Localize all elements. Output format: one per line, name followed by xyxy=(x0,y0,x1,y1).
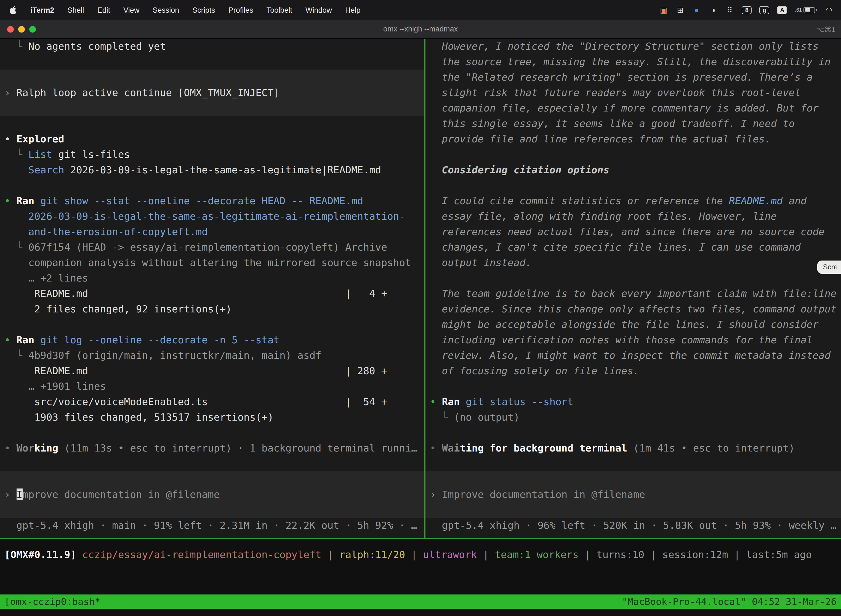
apple-menu-icon[interactable] xyxy=(9,6,17,14)
right-pane-lines: However, I noticed the "Directory Struct… xyxy=(425,39,841,533)
terminal-line: … +1901 lines xyxy=(0,378,424,394)
terminal-line: might be acceptable alongside the file l… xyxy=(425,317,841,332)
blue-circle-app-icon[interactable]: ● xyxy=(692,5,701,15)
terminal-line: 2 files changed, 92 insertions(+) xyxy=(0,301,424,317)
window-shortcut-hint: ⌥⌘1 xyxy=(816,20,835,39)
keycap-8-icon[interactable]: 8 xyxy=(742,6,752,14)
terminal-line: └ (no output) xyxy=(425,409,841,425)
dark-app-icon[interactable]: ◑ xyxy=(709,5,718,15)
terminal-line xyxy=(0,54,424,70)
close-button[interactable] xyxy=(7,26,14,32)
screen-recording-stop-icon[interactable]: ▣ xyxy=(659,5,668,15)
terminal-line xyxy=(0,471,424,487)
terminal-line: • Waiting for background terminal (1m 41… xyxy=(425,440,841,456)
menu-edit[interactable]: Edit xyxy=(97,6,110,14)
terminal-line: essay file, along with finding root file… xyxy=(425,209,841,224)
terminal-line xyxy=(0,116,424,131)
terminal-line xyxy=(0,502,424,518)
terminal-line xyxy=(0,317,424,332)
terminal-line: including verification notes with those … xyxy=(425,332,841,348)
terminal-line: the source tree, missing the essay. Stil… xyxy=(425,54,841,70)
menu-view[interactable]: View xyxy=(123,6,139,14)
menu-items: iTerm2ShellEditViewSessionScriptsProfile… xyxy=(30,6,360,14)
terminal-line xyxy=(425,378,841,394)
tmux-session-label: [omx-cczip0:bash* xyxy=(4,594,100,609)
macos-menu-bar: iTerm2ShellEditViewSessionScriptsProfile… xyxy=(0,0,841,20)
terminal-line: src/voice/voiceModeEnabled.ts | 54 + xyxy=(0,394,424,409)
terminal-line: review. Also, I might want to inspect th… xyxy=(425,348,841,363)
terminal-line: └ List git ls-files xyxy=(0,147,424,162)
menu-toolbelt[interactable]: Toolbelt xyxy=(267,6,292,14)
terminal-line: └ No agents completed yet xyxy=(0,39,424,54)
menu-session[interactable]: Session xyxy=(152,6,179,14)
window-title-bar[interactable]: omx --xhigh --madmax ⌥⌘1 xyxy=(0,20,841,39)
menu-profiles[interactable]: Profiles xyxy=(229,6,253,14)
terminal-line: › Improve documentation in @filename xyxy=(425,487,841,502)
terminal-line xyxy=(0,70,424,85)
zoom-button[interactable] xyxy=(29,26,36,32)
menu-status-icons: ▣⊞●◑⠿8gA.61◠ xyxy=(659,5,841,15)
terminal-line xyxy=(425,471,841,487)
terminal-line xyxy=(0,425,424,440)
menu-scripts[interactable]: Scripts xyxy=(192,6,215,14)
terminal-line: However, I noticed the "Directory Struct… xyxy=(425,39,841,54)
battery-icon[interactable]: .61 xyxy=(795,5,817,15)
left-pane[interactable]: └ No agents completed yet› Ralph loop ac… xyxy=(0,39,424,538)
menu-window[interactable]: Window xyxy=(305,6,332,14)
terminal-line: gpt-5.4 xhigh · 96% left · 520K in · 5.8… xyxy=(425,518,841,533)
translate-icon[interactable]: g xyxy=(760,6,769,14)
omx-status-line: [OMX#0.11.9] cczip/essay/ai-reimplementa… xyxy=(0,547,841,562)
wifi-icon[interactable]: ◠ xyxy=(825,5,833,15)
terminal-line xyxy=(425,270,841,286)
input-source-icon[interactable]: A xyxy=(777,6,787,14)
menu-left: iTerm2ShellEditViewSessionScriptsProfile… xyxy=(0,6,360,14)
tmux-status-bar: [omx-cczip0:bash* "MacBook-Pro-44.local"… xyxy=(0,594,841,609)
window-manager-icon[interactable]: ⊞ xyxy=(676,5,684,15)
terminal-line: I could cite commit statistics or refere… xyxy=(425,193,841,209)
terminal-line: README.md | 4 + xyxy=(0,286,424,301)
pane-bottom-border xyxy=(0,538,841,539)
traffic-lights xyxy=(7,26,36,32)
terminal-line: Considering citation options xyxy=(425,162,841,178)
terminal-line: The team guideline is to back every impo… xyxy=(425,286,841,301)
app-grid-icon[interactable]: ⠿ xyxy=(725,5,734,15)
window-title: omx --xhigh --madmax xyxy=(383,25,458,33)
terminal-line xyxy=(425,456,841,471)
desktop: iTerm2ShellEditViewSessionScriptsProfile… xyxy=(0,0,841,616)
terminal-line: companion analysis without altering the … xyxy=(0,255,424,270)
terminal-line: › Improve documentation in @filename xyxy=(0,487,424,502)
tmux-host-clock-label: "MacBook-Pro-44.local" 04:52 31-Mar-26 xyxy=(622,594,837,609)
terminal-line xyxy=(425,502,841,518)
menu-shell[interactable]: Shell xyxy=(67,6,84,14)
terminal-line: and-the-erosion-of-copyleft.md xyxy=(0,224,424,239)
terminal-line: … +2 lines xyxy=(0,270,424,286)
terminal-line xyxy=(425,178,841,193)
terminal-line: • Ran git log --oneline --decorate -n 5 … xyxy=(0,332,424,348)
terminal-line: 1903 files changed, 513517 insertions(+) xyxy=(0,409,424,425)
terminal-line: • Working (11m 13s • esc to interrupt) ·… xyxy=(0,440,424,456)
terminal-line: • Ran git show --stat --oneline --decora… xyxy=(0,193,424,209)
menu-help[interactable]: Help xyxy=(345,6,360,14)
terminal-line: evidence. Since this change only affects… xyxy=(425,301,841,317)
menu-iterm2[interactable]: iTerm2 xyxy=(30,6,54,14)
terminal-line: references need actual files, and since … xyxy=(425,224,841,239)
terminal-line: README.md | 280 + xyxy=(0,363,424,378)
terminal-line: of focusing solely on file lines. xyxy=(425,363,841,378)
terminal-line: the "Related research writing" section i… xyxy=(425,70,841,85)
minimize-button[interactable] xyxy=(18,26,25,32)
left-pane-lines: └ No agents completed yet› Ralph loop ac… xyxy=(0,39,424,533)
terminal-line: Search 2026-03-09-is-legal-the-same-as-l… xyxy=(0,162,424,178)
terminal-line xyxy=(0,178,424,193)
terminal-line: changes, I can't cite specific file line… xyxy=(425,239,841,255)
terminal-line xyxy=(0,100,424,116)
screen-share-overlay-tab[interactable]: Scre xyxy=(818,261,841,274)
right-pane[interactable]: However, I noticed the "Directory Struct… xyxy=(425,39,841,538)
terminal-line xyxy=(425,147,841,162)
terminal-window: └ No agents completed yet› Ralph loop ac… xyxy=(0,39,841,616)
terminal-line: [OMX#0.11.9] cczip/essay/ai-reimplementa… xyxy=(0,547,841,562)
terminal-line: gpt-5.4 xhigh · main · 91% left · 2.31M … xyxy=(0,518,424,533)
terminal-line: 2026-03-09-is-legal-the-same-as-legitima… xyxy=(0,209,424,224)
tmux-panes: └ No agents completed yet› Ralph loop ac… xyxy=(0,39,841,538)
terminal-line: • Ran git status --short xyxy=(425,394,841,409)
terminal-line: this single essay, it seems like a good … xyxy=(425,116,841,131)
